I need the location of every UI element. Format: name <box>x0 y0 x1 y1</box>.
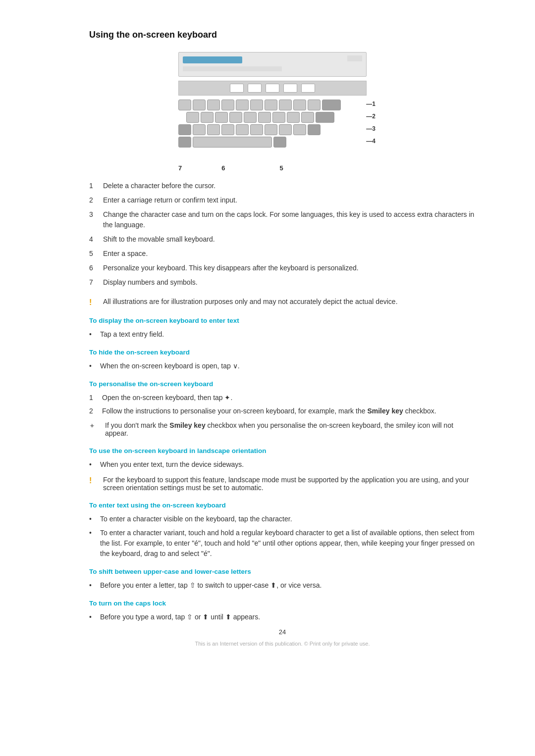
tip-icon: ✦ <box>89 422 99 430</box>
label-5: 5 <box>279 164 283 172</box>
notice-block-2: ! For the keyboard to support this featu… <box>89 476 476 492</box>
keyboard-screen <box>178 52 367 77</box>
list-item: 5 Enter a space. <box>89 249 476 259</box>
step-number: 1 <box>89 393 96 403</box>
section-heading: To enter text using the on-screen keyboa… <box>89 502 476 509</box>
keyboard-toolbar <box>178 81 367 96</box>
diagram-label-1: —1 <box>366 101 375 107</box>
section-heading: To turn on the caps lock <box>89 600 476 607</box>
tip-text: If you don't mark the Smiley key checkbo… <box>105 421 476 437</box>
item-text: Delete a character before the cursor. <box>103 181 215 191</box>
item-text: Change the character case and turn on th… <box>103 209 476 230</box>
notice-text-2: For the keyboard to support this feature… <box>103 476 476 492</box>
section-heading: To hide the on-screen keyboard <box>89 349 476 356</box>
item-text: Shift to the movable small keyboard. <box>103 234 215 245</box>
bullet-item: Tap a text entry field. <box>89 329 476 340</box>
item-text: Enter a carriage return or confirm text … <box>103 195 237 205</box>
section-landscape: To use the on-screen keyboard in landsca… <box>89 447 476 492</box>
notice-icon: ! <box>89 298 97 307</box>
label-7: 7 <box>178 164 182 172</box>
bullet-list: When the on-screen keyboard is open, tap… <box>89 361 476 371</box>
list-item: 1 Delete a character before the cursor. <box>89 181 476 191</box>
bullet-list: Before you enter a letter, tap ⇧ to swit… <box>89 580 476 591</box>
item-number: 4 <box>89 234 97 245</box>
bullet-item: To enter a character visible on the keyb… <box>89 514 476 524</box>
keyboard-diagram: —1 —2 <box>89 52 476 161</box>
list-item: 7 Display numbers and symbols. <box>89 277 476 288</box>
diagram-label-2: —2 <box>366 113 375 120</box>
bullet-text: Before you enter a letter, tap ⇧ to swit… <box>100 580 321 591</box>
feature-list: 1 Delete a character before the cursor. … <box>89 181 476 288</box>
section-heading: To use the on-screen keyboard in landsca… <box>89 447 476 454</box>
section-heading: To display the on-screen keyboard to ent… <box>89 317 476 324</box>
step-text: Follow the instructions to personalise y… <box>102 406 436 416</box>
bullet-text: To enter a character visible on the keyb… <box>100 514 292 524</box>
section-shift: To shift between upper-case and lower-ca… <box>89 568 476 591</box>
diagram-bottom-labels: 7 6 5 <box>178 164 362 172</box>
list-item: 6 Personalize your keyboard. This key di… <box>89 263 476 273</box>
bullet-item: When the on-screen keyboard is open, tap… <box>89 361 476 371</box>
diagram-label-3: —3 <box>366 125 375 132</box>
section-personalise: To personalise the on-screen keyboard 1 … <box>89 380 476 437</box>
bullet-item: When you enter text, turn the device sid… <box>89 459 476 470</box>
item-text: Personalize your keyboard. This key disa… <box>103 263 359 273</box>
section-heading: To personalise the on-screen keyboard <box>89 380 476 388</box>
bullet-item: Before you enter a letter, tap ⇧ to swit… <box>89 580 476 591</box>
page-title: Using the on-screen keyboard <box>89 30 476 40</box>
section-caps-lock: To turn on the caps lock Before you type… <box>89 600 476 622</box>
item-text: Enter a space. <box>103 249 148 259</box>
bullet-item: To enter a character variant, touch and … <box>89 528 476 559</box>
item-number: 2 <box>89 195 97 205</box>
step-item: 2 Follow the instructions to personalise… <box>89 406 476 416</box>
keyboard-rows: —1 —2 <box>178 100 362 149</box>
bullet-list: To enter a character visible on the keyb… <box>89 514 476 559</box>
item-number: 7 <box>89 277 97 288</box>
bullet-list: When you enter text, turn the device sid… <box>89 459 476 470</box>
item-number: 6 <box>89 263 97 273</box>
item-number: 1 <box>89 181 97 191</box>
list-item: 4 Shift to the movable small keyboard. <box>89 234 476 245</box>
step-text: Open the on-screen keyboard, then tap ✦. <box>102 393 232 403</box>
bullet-text: When the on-screen keyboard is open, tap… <box>100 361 240 371</box>
notice-text: All illustrations are for illustration p… <box>103 298 398 305</box>
section-display: To display the on-screen keyboard to ent… <box>89 317 476 340</box>
label-6: 6 <box>221 164 225 172</box>
bullet-text: Before you type a word, tap ⇧ or ⬆ until… <box>100 612 260 622</box>
item-text: Display numbers and symbols. <box>103 277 198 288</box>
item-number: 5 <box>89 249 97 259</box>
list-item: 2 Enter a carriage return or confirm tex… <box>89 195 476 205</box>
section-heading: To shift between upper-case and lower-ca… <box>89 568 476 575</box>
tip-block: ✦ If you don't mark the Smiley key check… <box>89 421 476 437</box>
ordered-steps: 1 Open the on-screen keyboard, then tap … <box>89 393 476 416</box>
bullet-text: When you enter text, turn the device sid… <box>100 459 244 470</box>
diagram-label-4: —4 <box>366 138 375 145</box>
page-number: 24 <box>89 628 476 636</box>
step-item: 1 Open the on-screen keyboard, then tap … <box>89 393 476 403</box>
bullet-text: Tap a text entry field. <box>100 329 164 340</box>
list-item: 3 Change the character case and turn on … <box>89 209 476 230</box>
bullet-item: Before you type a word, tap ⇧ or ⬆ until… <box>89 612 476 622</box>
bullet-list: Tap a text entry field. <box>89 329 476 340</box>
item-number: 3 <box>89 209 97 230</box>
notice-block: ! All illustrations are for illustration… <box>89 298 476 307</box>
step-number: 2 <box>89 406 96 416</box>
section-enter-text: To enter text using the on-screen keyboa… <box>89 502 476 559</box>
section-hide: To hide the on-screen keyboard When the … <box>89 349 476 371</box>
notice-icon-2: ! <box>89 476 97 485</box>
bullet-list: Before you type a word, tap ⇧ or ⬆ until… <box>89 612 476 622</box>
footer-note: This is an Internet version of this publ… <box>89 641 476 647</box>
bullet-text: To enter a character variant, touch and … <box>100 528 476 559</box>
